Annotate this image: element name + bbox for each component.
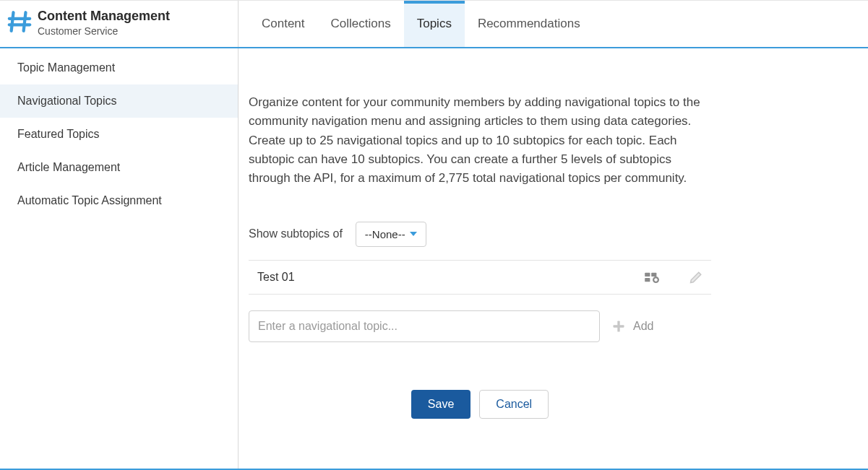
plus-icon — [611, 319, 626, 334]
page-title: Content Management — [38, 8, 170, 25]
save-button[interactable]: Save — [411, 390, 470, 419]
sidebar-header: Content Management Customer Service — [0, 1, 238, 47]
sidebar-item-navigational-topics[interactable]: Navigational Topics — [0, 84, 238, 118]
side-nav: Topic Management Navigational Topics Fea… — [0, 47, 238, 217]
svg-rect-6 — [645, 278, 650, 282]
content-area: Organize content for your community memb… — [239, 47, 868, 433]
tab-recommendations[interactable]: Recommendations — [465, 1, 593, 47]
sidebar-header-text: Content Management Customer Service — [38, 8, 170, 39]
topic-list: Test 01 — [249, 260, 711, 295]
sidebar-item-featured-topics[interactable]: Featured Topics — [0, 118, 238, 151]
svg-line-0 — [12, 12, 14, 31]
description: Organize content for your community memb… — [249, 93, 704, 188]
sidebar-item-article-management[interactable]: Article Management — [0, 151, 238, 184]
main: Content Collections Topics Recommendatio… — [239, 1, 868, 469]
subtopics-label: Show subtopics of — [249, 227, 343, 240]
svg-rect-5 — [651, 272, 656, 276]
svg-rect-4 — [645, 272, 650, 276]
svg-rect-11 — [614, 325, 624, 327]
subtopics-row: Show subtopics of --None-- — [249, 222, 711, 247]
description-p1: Organize content for your community memb… — [249, 93, 704, 131]
hash-icon — [7, 9, 32, 34]
subtopics-select[interactable]: --None-- — [356, 222, 426, 247]
new-topic-input[interactable] — [249, 310, 600, 342]
add-topic-button[interactable]: Add — [611, 319, 653, 334]
topic-name: Test 01 — [257, 271, 645, 284]
sidebar: Content Management Customer Service Topi… — [0, 1, 239, 469]
assign-data-category-icon[interactable] — [645, 271, 661, 284]
add-topic-row: Add — [249, 310, 711, 342]
description-p2: Create up to 25 navigational topics and … — [249, 131, 704, 188]
button-row: Save Cancel — [249, 390, 711, 419]
top-tabs: Content Collections Topics Recommendatio… — [239, 1, 868, 47]
app-root: Content Management Customer Service Topi… — [0, 0, 868, 470]
svg-rect-9 — [654, 279, 658, 280]
subtopics-selected-value: --None-- — [365, 228, 405, 240]
sidebar-item-automatic-topic-assignment[interactable]: Automatic Topic Assignment — [0, 184, 238, 217]
add-label: Add — [633, 320, 653, 333]
page-subtitle: Customer Service — [38, 25, 170, 39]
caret-down-icon — [410, 232, 417, 236]
edit-icon[interactable] — [689, 271, 702, 284]
tab-collections[interactable]: Collections — [318, 1, 404, 47]
cancel-button[interactable]: Cancel — [479, 390, 549, 419]
tab-topics[interactable]: Topics — [404, 1, 465, 47]
topic-row: Test 01 — [249, 261, 711, 295]
svg-line-1 — [24, 12, 26, 31]
sidebar-item-topic-management[interactable]: Topic Management — [0, 51, 238, 84]
topic-actions — [645, 271, 707, 284]
tab-content[interactable]: Content — [249, 1, 318, 47]
